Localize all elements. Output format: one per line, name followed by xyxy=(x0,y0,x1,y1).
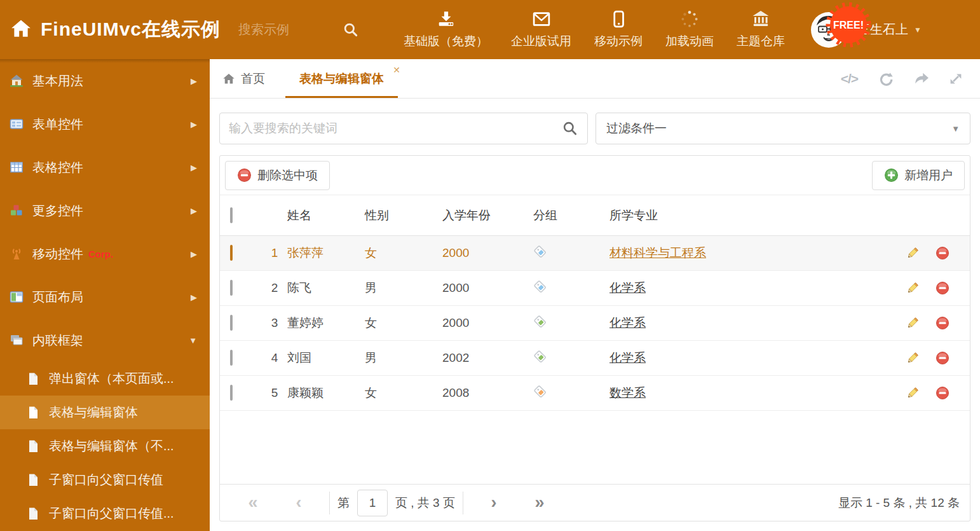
cell-actions xyxy=(875,386,970,400)
search-icon[interactable] xyxy=(343,22,359,38)
keyword-search-input[interactable] xyxy=(229,121,562,135)
table-row[interactable]: 4 刘国 男 2002 化学系 xyxy=(220,341,970,376)
app-title: FineUIMvc在线示例 xyxy=(41,17,221,43)
last-page-button[interactable]: » xyxy=(517,494,562,511)
edit-icon[interactable] xyxy=(906,317,919,329)
major-link[interactable]: 化学系 xyxy=(609,316,646,329)
sidebar-subitem-grid-edit-window[interactable]: 表格与编辑窗体 xyxy=(0,396,210,429)
cell-gender: 男 xyxy=(365,280,442,296)
delete-icon[interactable] xyxy=(936,281,949,295)
mail-icon xyxy=(532,10,551,29)
phone-icon xyxy=(609,10,628,29)
add-user-button[interactable]: 新增用户 xyxy=(872,161,965,190)
row-index: 1 xyxy=(262,246,287,260)
table-row[interactable]: 2 陈飞 男 2000 化学系 xyxy=(220,271,970,306)
chevron-right-icon: ▶ xyxy=(191,163,197,172)
sidebar-item-grid-controls[interactable]: 表格控件 ▶ xyxy=(0,146,210,189)
nav-item-loading-animation[interactable]: 加载动画 xyxy=(654,10,725,50)
sidebar-item-page-layout[interactable]: 页面布局 ▶ xyxy=(0,275,210,319)
table-header-row: 姓名 性别 入学年份 分组 所学专业 xyxy=(220,195,970,236)
home-logo-icon[interactable] xyxy=(10,18,32,42)
keyword-search-box[interactable] xyxy=(219,113,588,144)
header-search[interactable] xyxy=(238,22,365,38)
chevron-right-icon: ▶ xyxy=(191,76,197,86)
cell-group xyxy=(533,385,609,402)
column-gender: 性别 xyxy=(365,207,442,224)
major-link[interactable]: 材料科学与工程系 xyxy=(609,246,706,259)
column-group: 分组 xyxy=(533,207,609,224)
tab-bar: 首页 表格与编辑窗体 ✕ </> xyxy=(210,59,980,99)
layout-icon xyxy=(9,289,24,305)
table-row[interactable]: 5 康颖颖 女 2008 数学系 xyxy=(220,376,970,411)
first-page-button[interactable]: « xyxy=(230,494,276,511)
sidebar-subitem-child-to-parent[interactable]: 子窗口向父窗口传值 xyxy=(0,463,210,497)
cubes-icon xyxy=(9,203,24,218)
cell-gender: 女 xyxy=(365,385,442,401)
row-checkbox[interactable] xyxy=(230,245,233,261)
filter-selected-value: 过滤条件一 xyxy=(606,120,667,137)
cell-group xyxy=(533,245,609,262)
nav-item-basic-edition[interactable]: 基础版（免费） xyxy=(392,10,500,50)
prev-page-button[interactable]: ‹ xyxy=(276,494,322,511)
edit-icon[interactable] xyxy=(906,247,919,259)
delete-icon[interactable] xyxy=(936,246,949,260)
cell-gender: 女 xyxy=(365,245,442,261)
home-icon xyxy=(9,73,24,88)
refresh-icon[interactable] xyxy=(877,71,894,87)
nav-item-mobile-demo[interactable]: 移动示例 xyxy=(583,10,654,50)
filter-select[interactable]: 过滤条件一 ▼ xyxy=(595,113,970,144)
major-link[interactable]: 化学系 xyxy=(609,281,646,294)
cell-actions xyxy=(875,281,970,295)
chevron-right-icon: ▶ xyxy=(191,120,197,129)
pagination-bar: « ‹ 第 页 , 共 3 页 › » 显示 1 - 5 条 , 共 12 条 xyxy=(220,484,970,521)
sidebar-item-more-controls[interactable]: 更多控件 ▶ xyxy=(0,189,210,232)
row-checkbox[interactable] xyxy=(230,385,233,401)
major-link[interactable]: 数学系 xyxy=(609,386,646,399)
delete-icon[interactable] xyxy=(936,386,949,400)
tab-home[interactable]: 首页 xyxy=(210,59,278,98)
sidebar-item-basic-usage[interactable]: 基本用法 ▶ xyxy=(0,59,210,102)
row-index: 3 xyxy=(262,316,287,330)
delete-icon[interactable] xyxy=(936,351,949,365)
cell-name: 康颖颖 xyxy=(287,385,365,401)
row-checkbox[interactable] xyxy=(230,280,233,296)
row-checkbox[interactable] xyxy=(230,315,233,331)
next-page-button[interactable]: › xyxy=(471,494,517,511)
code-icon[interactable]: </> xyxy=(841,71,858,86)
tag-icon xyxy=(533,245,547,259)
sidebar-subitem-popup-window[interactable]: 弹出窗体（本页面或... xyxy=(0,362,210,396)
chevron-right-icon: ▶ xyxy=(191,206,197,216)
row-checkbox[interactable] xyxy=(230,350,233,366)
header-search-input[interactable] xyxy=(238,22,334,37)
page-label-prefix: 第 xyxy=(337,495,350,511)
search-icon[interactable] xyxy=(562,120,578,137)
sidebar-item-inline-frame[interactable]: 内联框架 ▼ xyxy=(0,319,210,362)
edit-icon[interactable] xyxy=(906,282,919,294)
edit-icon[interactable] xyxy=(906,352,919,364)
expand-icon[interactable] xyxy=(948,71,963,86)
records-summary: 显示 1 - 5 条 , 共 12 条 xyxy=(838,495,960,511)
tab-grid-edit-window[interactable]: 表格与编辑窗体 ✕ xyxy=(285,59,398,98)
select-all-checkbox[interactable] xyxy=(230,207,233,223)
free-badge: FREE! xyxy=(825,1,872,48)
page-number-input[interactable] xyxy=(357,490,388,516)
nav-item-theme-repo[interactable]: 主题仓库 xyxy=(725,10,796,50)
table-row[interactable]: 3 董婷婷 女 2000 化学系 xyxy=(220,306,970,341)
sidebar-item-mobile-controls[interactable]: 移动控件 Corp. ▶ xyxy=(0,232,210,275)
cell-gender: 女 xyxy=(365,315,442,331)
share-icon[interactable] xyxy=(913,71,929,87)
nav-label: 主题仓库 xyxy=(737,33,785,50)
sidebar-item-form-controls[interactable]: 表单控件 ▶ xyxy=(0,102,210,146)
sidebar-subitem-grid-edit-window-2[interactable]: 表格与编辑窗体（不... xyxy=(0,429,210,463)
tag-icon xyxy=(533,385,547,399)
cell-year: 2000 xyxy=(442,316,533,330)
close-icon[interactable]: ✕ xyxy=(393,65,400,75)
sidebar-subitem-child-to-parent-2[interactable]: 子窗口向父窗口传值... xyxy=(0,497,210,530)
nav-label: 企业版试用 xyxy=(511,33,571,50)
table-row[interactable]: 1 张萍萍 女 2000 材料科学与工程系 xyxy=(220,236,970,271)
delete-icon[interactable] xyxy=(936,316,949,330)
delete-selected-button[interactable]: 删除选中项 xyxy=(225,161,330,190)
major-link[interactable]: 化学系 xyxy=(609,351,646,364)
edit-icon[interactable] xyxy=(906,387,919,399)
nav-item-enterprise-trial[interactable]: 企业版试用 xyxy=(500,10,583,50)
